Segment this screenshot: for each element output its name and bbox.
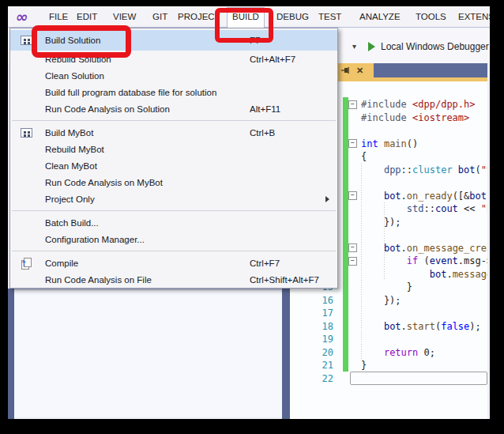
code-line-text: return 0;	[361, 346, 435, 360]
menu-item-rebuild-mybot[interactable]: Rebuild MyBot	[10, 141, 337, 157]
fold-toggle[interactable]: −	[348, 190, 361, 203]
code-line: − if (event.msg->	[348, 255, 487, 268]
code-line-text: dpp::cluster bot("t	[361, 164, 487, 177]
menu-separator	[12, 120, 336, 121]
fold-toggle[interactable]: −	[348, 138, 361, 151]
menu-item-label: Rebuild MyBot	[45, 145, 104, 154]
menu-item-shortcut: Alt+F11	[250, 104, 280, 114]
menu-item-shortcut: Ctrl+Alt+F7	[250, 55, 295, 64]
menu-item-label: Configuration Manager...	[45, 235, 145, 244]
menubar-item-git[interactable]: GIT	[148, 7, 172, 27]
menu-item-configuration-manager[interactable]: Configuration Manager...	[10, 231, 337, 247]
code-line-text: });	[361, 216, 401, 229]
collapse-minus-icon[interactable]: −	[348, 191, 357, 200]
fold-gutter	[348, 111, 361, 125]
code-line: #include <iostream>	[348, 111, 487, 125]
menu-item-project-only[interactable]: Project Only	[10, 191, 337, 207]
chevron-down-icon[interactable]: ▾	[352, 42, 356, 51]
code-line-text: std::cout << "L	[361, 202, 487, 216]
menubar-item-edit[interactable]: EDIT	[72, 7, 102, 27]
menubar-item-view[interactable]: VIEW	[108, 7, 141, 27]
menu-item-label: Build full program database file for sol…	[45, 88, 216, 97]
line-number: 19	[313, 333, 333, 346]
code-line-text: bot.on_message_crea	[361, 242, 487, 255]
fold-gutter	[348, 124, 361, 138]
compile-icon	[21, 258, 31, 268]
code-line: std::cout << "L	[348, 202, 487, 216]
menu-item-build-full-program-database-file-for-solution[interactable]: Build full program database file for sol…	[10, 84, 337, 100]
menu-item-compile[interactable]: CompileCtrl+F7	[10, 255, 337, 271]
menu-item-label: Build MyBot	[45, 128, 93, 138]
menubar-item-analyze[interactable]: ANALYZE	[355, 7, 405, 27]
code-line-text: }	[361, 359, 367, 372]
code-line: − bot.on_ready([&bot]	[348, 190, 487, 203]
code-line-text: int main()	[361, 138, 418, 151]
annotation-box-build-menu	[215, 8, 273, 43]
menu-separator	[12, 210, 336, 211]
menu-item-batch-build[interactable]: Batch Build...	[10, 214, 337, 231]
menu-item-label: Run Code Analysis on MyBot	[45, 178, 163, 187]
fold-gutter	[348, 281, 361, 294]
code-line: }	[348, 359, 487, 372]
code-line	[348, 124, 487, 138]
line-number: 21	[313, 359, 333, 372]
code-line-text: #include <iostream>	[361, 111, 469, 125]
code-line: −#include <dpp/dpp.h>	[348, 98, 487, 111]
collapse-minus-icon[interactable]: −	[348, 100, 357, 109]
run-button-label: Local Windows Debugger	[381, 41, 489, 52]
visual-studio-window: ∞ FILEEDITVIEWGITPROJECTBUILDDEBUGTESTAN…	[8, 6, 490, 419]
run-local-windows-debugger-button[interactable]: Local Windows Debugger	[368, 39, 489, 55]
code-line: return 0;	[348, 346, 487, 360]
code-line: }	[348, 281, 487, 294]
line-number: 16	[313, 294, 333, 308]
fold-toggle[interactable]: −	[348, 98, 361, 111]
fold-gutter	[348, 202, 361, 216]
code-line: − bot.on_message_crea	[348, 242, 487, 255]
menu-item-label: Compile	[45, 259, 78, 268]
menubar-item-file[interactable]: FILE	[44, 7, 73, 27]
fold-gutter	[348, 320, 361, 334]
play-icon	[368, 42, 375, 51]
menubar-item-tools[interactable]: TOOLS	[411, 7, 451, 27]
code-line: {	[348, 150, 487, 164]
collapse-minus-icon[interactable]: −	[348, 243, 357, 252]
build-dropdown-menu: Build SolutionF7Rebuild SolutionCtrl+Alt…	[9, 28, 338, 289]
menubar-item-test[interactable]: TEST	[314, 7, 346, 27]
collapse-minus-icon[interactable]: −	[348, 257, 357, 266]
code-line: bot.message	[348, 268, 487, 281]
pin-icon[interactable]	[341, 66, 350, 74]
fold-toggle[interactable]: −	[348, 255, 361, 268]
menu-item-run-code-analysis-on-mybot[interactable]: Run Code Analysis on MyBot	[10, 174, 337, 191]
menubar-item-extensions[interactable]: EXTENSIONS	[453, 7, 490, 27]
annotation-box-build-solution	[32, 25, 131, 58]
active-document-tab[interactable]: ✕	[334, 63, 374, 77]
code-line-text: bot.start(false);	[361, 320, 481, 334]
menu-separator	[12, 251, 336, 251]
code-line-text: #include <dpp/dpp.h>	[361, 98, 476, 111]
fold-gutter	[348, 359, 361, 372]
menu-item-label: Run Code Analysis on Solution	[45, 104, 170, 114]
close-icon[interactable]: ✕	[356, 66, 363, 75]
collapse-minus-icon[interactable]: −	[348, 139, 357, 148]
code-line: dpp::cluster bot("t	[348, 164, 487, 177]
menu-item-run-code-analysis-on-solution[interactable]: Run Code Analysis on SolutionAlt+F11	[10, 100, 337, 117]
pane-splitter[interactable]	[282, 289, 290, 419]
code-line-text: bot.on_ready([&bot]	[361, 190, 487, 203]
menu-item-build-mybot[interactable]: Build MyBotCtrl+B	[10, 124, 337, 141]
fold-gutter	[348, 307, 361, 320]
menu-item-clean-solution[interactable]: Clean Solution	[10, 67, 337, 84]
fold-gutter	[348, 176, 361, 190]
menu-item-shortcut: Ctrl+B	[250, 128, 275, 138]
menu-item-label: Run Code Analysis on File	[45, 275, 152, 285]
menubar-item-debug[interactable]: DEBUG	[272, 7, 314, 27]
code-line	[348, 307, 487, 320]
fold-toggle[interactable]: −	[348, 242, 361, 255]
line-number: 20	[313, 346, 333, 360]
menu-item-run-code-analysis-on-file[interactable]: Run Code Analysis on FileCtrl+Shift+Alt+…	[10, 271, 337, 288]
fold-gutter	[348, 333, 361, 346]
code-line-text: {	[361, 150, 367, 164]
code-text-area[interactable]: −#include <dpp/dpp.h>#include <iostream>…	[348, 98, 487, 385]
menu-item-clean-mybot[interactable]: Clean MyBot	[10, 157, 337, 174]
code-line: });	[348, 294, 487, 308]
change-tracking-bar	[343, 97, 348, 372]
